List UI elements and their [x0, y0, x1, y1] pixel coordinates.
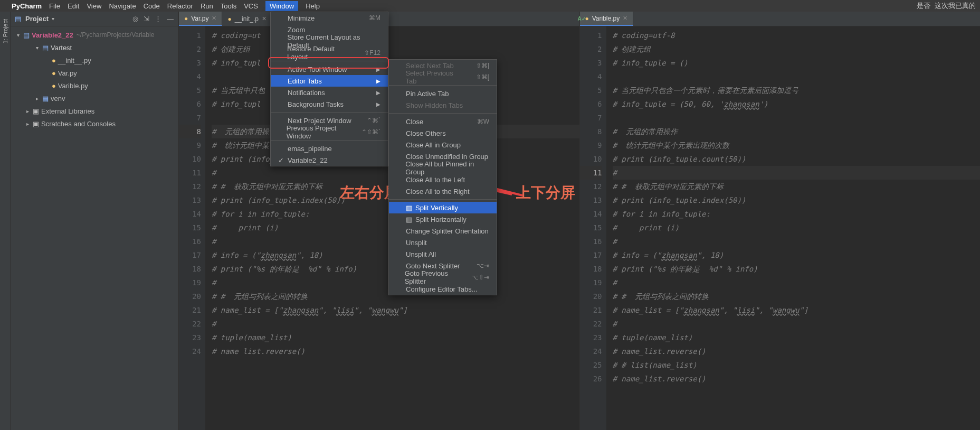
- editor-tab[interactable]: ●Var.py✕: [179, 12, 222, 26]
- menu-view[interactable]: View: [87, 2, 101, 10]
- tree-item[interactable]: ●__init__.py: [11, 54, 178, 67]
- tree-item[interactable]: ▸▣External Libraries: [11, 105, 178, 117]
- menu-item[interactable]: Configure Editor Tabs...: [389, 283, 497, 295]
- menu-file[interactable]: File: [49, 2, 60, 10]
- close-icon[interactable]: ✕: [212, 15, 216, 22]
- menu-item[interactable]: Close All to the Right: [389, 185, 497, 197]
- menu-refactor[interactable]: Refactor: [167, 2, 193, 10]
- menu-item[interactable]: Background Tasks▶: [271, 98, 388, 110]
- locate-icon[interactable]: ◎: [132, 15, 138, 23]
- minimize-icon[interactable]: —: [167, 15, 174, 23]
- menu-item[interactable]: Goto Previous Splitter⌥⇧⇥: [389, 272, 497, 283]
- inspection-badge: A✓: [578, 16, 586, 22]
- menu-window[interactable]: Window: [265, 1, 298, 11]
- menu-item[interactable]: Close All but Pinned in Group: [389, 162, 497, 174]
- menu-vcs[interactable]: VCS: [244, 2, 258, 10]
- menu-item: Select Previous Tab⇧⌘[: [389, 71, 497, 83]
- editor-tab[interactable]: ●Varible.py✕: [580, 12, 634, 26]
- app-name: PyCharm: [12, 2, 42, 10]
- editor-tab[interactable]: ●__init_.p✕: [222, 12, 272, 26]
- menu-item[interactable]: Pin Active Tab: [389, 88, 497, 99]
- close-icon[interactable]: ✕: [262, 15, 267, 22]
- menu-item[interactable]: ✓Variable2_22: [271, 154, 388, 166]
- status-text-2: 这次我已真的: [935, 1, 976, 11]
- chevron-down-icon[interactable]: ▾: [52, 16, 54, 22]
- tool-window-rail: 1: Project: [0, 12, 11, 430]
- menu-item[interactable]: Restore Default Layout⇧F12: [271, 47, 388, 59]
- more-icon[interactable]: ⋮: [155, 15, 161, 23]
- split-h-icon: ▥: [406, 216, 412, 223]
- menu-code[interactable]: Code: [144, 2, 160, 10]
- project-toolwindow-button[interactable]: 1: Project: [2, 19, 8, 43]
- menu-tools[interactable]: Tools: [221, 2, 236, 10]
- editor-tabs-submenu: Select Next Tab⇧⌘]Select Previous Tab⇧⌘[…: [388, 59, 497, 295]
- menu-navigate[interactable]: Navigate: [109, 2, 136, 10]
- tree-item[interactable]: ▸▤venv: [11, 92, 178, 105]
- menu-item[interactable]: Unsplit All: [389, 248, 497, 260]
- tree-item[interactable]: ●Var.py: [11, 67, 178, 79]
- collapse-icon[interactable]: ⇲: [144, 15, 149, 23]
- menu-item: Show Hidden Tabs: [389, 99, 497, 111]
- close-icon[interactable]: ✕: [623, 15, 627, 22]
- editor-pane-right: A✓ ●Varible.py✕ 123456789101112131415161…: [579, 12, 981, 430]
- menu-item[interactable]: Editor Tabs▶: [271, 75, 388, 87]
- menu-run[interactable]: Run: [201, 2, 213, 10]
- menu-edit[interactable]: Edit: [68, 2, 79, 10]
- menu-item[interactable]: Active Tool Window▶: [271, 63, 388, 75]
- menu-item[interactable]: Change Splitter Orientation: [389, 225, 497, 237]
- tree-item[interactable]: ▾▤Vartest: [11, 41, 178, 54]
- menu-item[interactable]: Unsplit: [389, 237, 497, 248]
- tree-item[interactable]: ●Varible.py: [11, 79, 178, 92]
- code-editor-right[interactable]: # coding=utf-8# 创建元组# info_tuple = () # …: [606, 26, 981, 430]
- menu-item[interactable]: Close⌘W: [389, 116, 497, 127]
- panel-title[interactable]: Project: [25, 15, 49, 23]
- menu-item[interactable]: Previous Project Window⌃⇧⌘`: [271, 126, 388, 138]
- macos-menubar: PyCharm FileEditViewNavigateCodeRefactor…: [0, 0, 980, 12]
- window-menu-dropdown: Minimize⌘MZoomStore Current Layout as De…: [270, 12, 388, 166]
- menu-item[interactable]: Notifications▶: [271, 87, 388, 98]
- project-root[interactable]: ▾▤ Variable2_22 ~/PycharmProjects/Variab…: [11, 29, 178, 41]
- folder-icon: ▤: [15, 15, 21, 23]
- menu-item[interactable]: emas_pipeline: [271, 143, 388, 154]
- split-v-icon: ▥: [406, 204, 412, 212]
- menu-item[interactable]: Minimize⌘M: [271, 12, 388, 24]
- menu-item[interactable]: Close All in Group: [389, 139, 497, 151]
- menu-help[interactable]: Help: [306, 2, 320, 10]
- menu-item[interactable]: ▥ Split Vertically: [389, 202, 497, 213]
- tree-item[interactable]: ▸▣Scratches and Consoles: [11, 117, 178, 130]
- project-panel: ▤ Project ▾ ◎ ⇲ ⋮ — ▾▤ Variable2_22 ~/Py…: [11, 12, 178, 430]
- menu-item[interactable]: Close Others: [389, 127, 497, 139]
- menu-item[interactable]: ▥ Split Horizontally: [389, 213, 497, 225]
- status-text-1: 是否: [917, 1, 930, 11]
